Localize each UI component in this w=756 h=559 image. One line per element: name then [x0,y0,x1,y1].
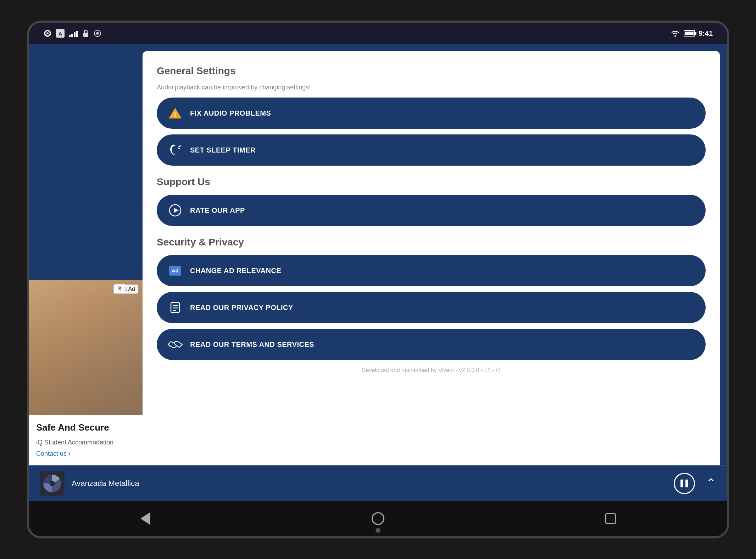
svg-text:!: ! [174,111,177,118]
version-text: Developed and maintained by Viverit - v2… [157,367,706,377]
handshake-icon [167,337,183,352]
tablet-frame: A [27,21,729,538]
recent-icon [605,513,616,524]
warning-icon: ! [167,105,183,121]
security-privacy-title: Security & Privacy [157,237,706,248]
pause-bar-right [685,480,688,487]
signal-bars-icon [69,29,78,37]
terms-services-label: READ OUR TERMS AND SERVICES [190,341,314,349]
general-settings-title: General Settings [157,65,706,77]
player-track-name: Avanzada Metallica [72,479,674,488]
main-area: ✕ Test Ad ✕ Safe And Secure iQ Student A… [29,44,727,465]
support-us-title: Support Us [157,176,706,188]
player-artwork [40,471,65,496]
player-controls: ⌃ [674,473,716,494]
privacy-policy-label: READ OUR PRIVACY POLICY [190,304,293,312]
ad-close-x[interactable]: ✕ [115,284,125,293]
privacy-list-icon [167,300,183,315]
ad-image-container: Test Ad ✕ [29,280,143,415]
svg-point-7 [96,32,99,35]
svg-text:A: A [59,31,62,37]
ad-title: Safe And Secure [36,422,135,433]
svg-point-2 [46,32,49,34]
expand-chevron[interactable]: ⌃ [706,477,716,490]
status-icon-2: A [56,29,65,38]
ad-content: Safe And Secure iQ Student Accommodation… [29,415,143,465]
status-bar: A [29,23,727,44]
ad-icon: Ad [167,263,183,278]
pause-icon [680,480,688,487]
ad-footer: iQ Student Accommodation Contact us [36,439,135,458]
ad-company: iQ Student Accommodation [36,439,113,446]
fix-audio-label: FIX AUDIO PROBLEMS [190,109,271,117]
status-icon-1 [43,29,52,38]
close-button[interactable]: ✕ [688,55,709,76]
terms-services-button[interactable]: READ OUR TERMS AND SERVICES [157,329,706,360]
set-sleep-timer-button[interactable]: z z SET SLEEP TIMER [157,134,706,166]
general-settings-subtitle: Audio playback can be improved by changi… [157,84,706,91]
privacy-policy-button[interactable]: READ OUR PRIVACY POLICY [157,292,706,323]
left-panel-area: Test Ad ✕ Safe And Secure iQ Student Acc… [29,44,143,465]
status-bar-left-icons: A [43,29,101,38]
svg-text:z: z [179,144,182,148]
battery-icon [684,30,695,37]
blue-background [29,44,143,280]
ad-relevance-label: CHANGE AD RELEVANCE [190,267,281,275]
status-bar-right: 9:41 [670,29,713,38]
rate-app-label: RATE OUR APP [190,206,245,215]
recent-apps-button[interactable] [602,510,619,527]
moon-icon: z z [167,142,183,158]
back-icon [140,512,150,525]
svg-marker-13 [174,208,179,213]
android-nav-bar [29,501,727,536]
rate-app-button[interactable]: RATE OUR APP [157,195,706,226]
home-icon [372,512,384,525]
status-time: 9:41 [699,29,713,38]
sleep-timer-label: SET SLEEP TIMER [190,146,256,154]
pause-bar-left [680,480,683,487]
settings-panel: General Settings Audio playback can be i… [143,51,720,465]
ad-contact-link[interactable]: Contact us [36,449,71,458]
wifi-icon [670,29,680,37]
svg-rect-5 [83,33,88,37]
ad-panel: Test Ad ✕ Safe And Secure iQ Student Acc… [29,280,143,465]
lock-icon [82,29,89,38]
pause-button[interactable] [674,473,695,494]
player-bar: Avanzada Metallica ⌃ [29,465,727,501]
back-button[interactable] [137,510,154,527]
artwork-inner [43,475,61,492]
circle-dot-icon [94,29,101,37]
nav-dot [376,528,380,533]
change-ad-relevance-button[interactable]: Ad CHANGE AD RELEVANCE [157,255,706,286]
play-icon [167,203,183,218]
fix-audio-button[interactable]: ! FIX AUDIO PROBLEMS [157,98,706,129]
home-button[interactable] [369,510,387,527]
